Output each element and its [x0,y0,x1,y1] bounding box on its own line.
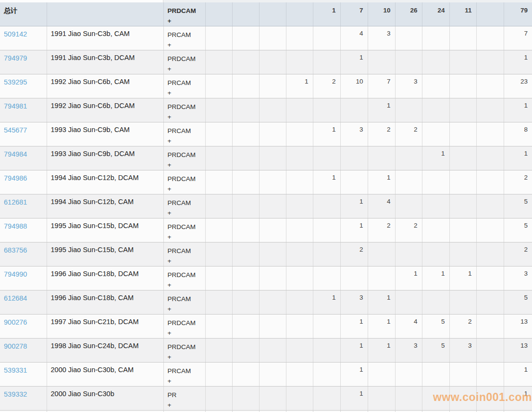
row-id-link[interactable]: 794990 [4,270,27,278]
row-code-cell: PRCAM + [163,122,205,146]
row-id-link[interactable]: 509142 [4,30,27,38]
value-cell [368,50,395,74]
value-cell: 2 [313,74,340,98]
value-cell [395,242,422,267]
row-code-cell: PRDCAM + [163,170,205,194]
row-total-cell: 3 [504,267,532,291]
value-cell [422,218,449,242]
value-cell: 1 [395,267,422,291]
row-code-cell: PRDCAM + [163,411,205,412]
total-value-cell: 24 [422,2,449,26]
row-code-plus: + [168,352,201,362]
value-cell [422,242,449,267]
row-id-link[interactable]: 900278 [4,342,27,350]
row-id-cell: 794979 [0,50,47,74]
value-cell [476,411,504,412]
row-code-text: PR [168,390,201,400]
row-total-cell: 1 [504,387,532,411]
table-row: 900517 2000 Jiao Sun-C30b, DCAM PRDCAM +… [0,411,532,412]
value-cell [476,291,504,315]
value-cell [422,291,449,315]
row-total-cell: 5 [504,194,532,218]
value-cell [259,98,286,122]
row-id-link[interactable]: 794979 [4,54,27,62]
row-id-link[interactable]: 539331 [4,366,27,374]
value-cell [449,194,476,218]
row-id-link[interactable]: 539295 [4,78,27,86]
row-description: 1993 Jiao Sun-C9b, DCAM [47,146,163,170]
value-cell [205,26,232,50]
value-cell: 1 [313,291,340,315]
value-cell [205,363,232,387]
value-cell [232,194,259,218]
row-total-cell: 5 [504,218,532,242]
value-cell [313,363,340,387]
value-cell [313,26,340,50]
row-id-cell: 539332 [0,387,47,411]
value-cell [313,194,340,218]
value-cell [259,411,286,412]
row-code-plus: + [168,232,201,242]
value-cell [313,315,340,339]
table-row: 794990 1996 Jiao Sun-C18b, DCAM PRDCAM +… [0,267,532,291]
value-cell [449,50,476,74]
value-cell [476,194,504,218]
value-cell [449,218,476,242]
row-description: 1997 Jiao Sun-C21b, DCAM [47,315,163,339]
value-cell [286,98,313,122]
row-total-cell: 13 [504,315,532,339]
total-value-cell [476,2,504,26]
row-id-link[interactable]: 545677 [4,126,27,134]
row-id-link[interactable]: 794984 [4,150,27,158]
value-cell [368,363,395,387]
row-id-link[interactable]: 794986 [4,174,27,182]
value-cell: 1 [340,218,368,242]
value-cell [395,146,422,170]
value-cell [422,98,449,122]
value-cell [476,26,504,50]
value-cell [232,411,259,412]
row-code-plus: + [168,136,201,146]
value-cell [232,122,259,146]
row-id-cell: 545677 [0,122,47,146]
value-cell: 1 [340,194,368,218]
row-id-link[interactable]: 539332 [4,390,27,398]
table-row: 900276 1997 Jiao Sun-C21b, DCAM PRDCAM +… [0,315,532,339]
row-id-link[interactable]: 683756 [4,246,27,254]
row-code-cell: PRCAM + [163,26,205,50]
value-cell [205,387,232,411]
total-code-text: PRDCAM [168,6,201,16]
row-code-plus: + [168,64,201,74]
row-id-cell: 612681 [0,194,47,218]
row-code-plus: + [168,400,201,410]
row-id-link[interactable]: 794981 [4,102,27,110]
value-cell [205,146,232,170]
value-cell [232,50,259,74]
row-total-cell: 13 [504,339,532,363]
row-id-link[interactable]: 612681 [4,198,27,206]
value-cell [395,26,422,50]
value-cell: 3 [449,339,476,363]
row-code-plus: + [168,256,201,266]
value-cell [259,74,286,98]
value-cell [422,363,449,387]
row-code-text: PRCAM [168,294,201,304]
value-cell: 10 [395,411,422,412]
value-cell: 2 [368,218,395,242]
row-code-cell: PRDCAM + [163,146,205,170]
scrolled-row-edge-left [0,0,163,2]
value-cell [422,387,449,411]
value-cell: 1 [422,146,449,170]
row-id-link[interactable]: 900276 [4,318,27,326]
value-cell [340,267,368,291]
value-cell: 1 [368,315,395,339]
table-row: 794981 1992 Jiao Sun-C6b, DCAM PRDCAM + … [0,98,532,122]
value-cell: 5 [422,315,449,339]
value-cell: 1 [340,315,368,339]
row-id-link[interactable]: 794988 [4,222,27,230]
value-cell [205,218,232,242]
row-id-link[interactable]: 612684 [4,294,27,302]
value-cell [476,315,504,339]
row-code-text: PRCAM [168,366,201,376]
value-cell: 3 [340,122,368,146]
